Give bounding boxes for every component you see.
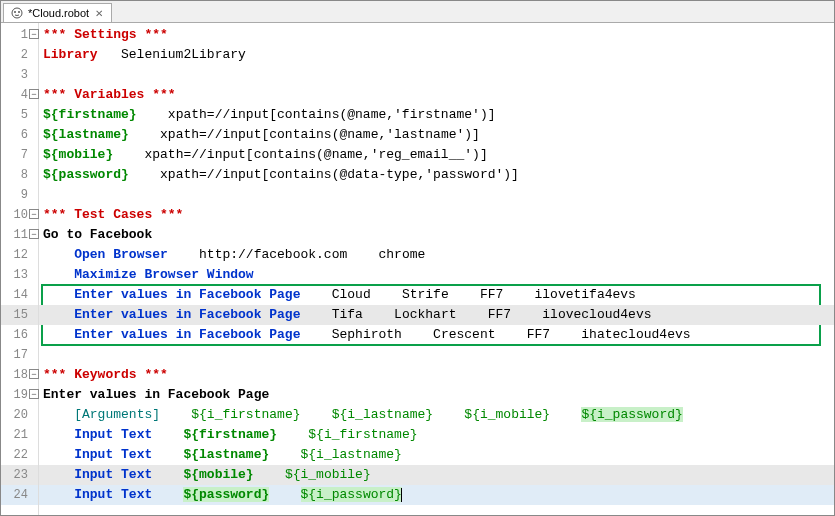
line-number: 5 [1, 105, 38, 125]
line-number: 1− [1, 25, 38, 45]
line-number: 13 [1, 265, 38, 285]
line-number: 14 [1, 285, 38, 305]
code-line[interactable]: [Arguments] ${i_firstname} ${i_lastname}… [39, 405, 834, 425]
code-line[interactable]: Maximize Browser Window [39, 265, 834, 285]
fold-icon[interactable]: − [29, 389, 39, 399]
code-line[interactable]: Input Text ${mobile} ${i_mobile} [39, 465, 834, 485]
code-line[interactable]: Input Text ${firstname} ${i_firstname} [39, 425, 834, 445]
svg-point-2 [18, 11, 20, 13]
line-number: 12 [1, 245, 38, 265]
tab-title: *Cloud.robot [28, 7, 89, 19]
line-number-gutter: 1− 2 3 4− 5 6 7 8 9 10− 11− 12 13 14 15 … [1, 23, 39, 515]
code-line[interactable] [39, 345, 834, 365]
code-line[interactable]: ${password} xpath=//input[contains(@data… [39, 165, 834, 185]
line-number: 23 [1, 465, 38, 485]
code-line[interactable]: ${mobile} xpath=//input[contains(@name,'… [39, 145, 834, 165]
line-number: 17 [1, 345, 38, 365]
code-editor[interactable]: 1− 2 3 4− 5 6 7 8 9 10− 11− 12 13 14 15 … [1, 23, 834, 515]
line-number: 20 [1, 405, 38, 425]
code-line[interactable]: Enter values in Facebook Page Tifa Lockh… [39, 305, 834, 325]
code-line[interactable]: Library Selenium2Library [39, 45, 834, 65]
fold-icon[interactable]: − [29, 369, 39, 379]
code-line[interactable]: *** Keywords *** [39, 365, 834, 385]
line-number: 18− [1, 365, 38, 385]
code-line[interactable]: Enter values in Facebook Page [39, 385, 834, 405]
line-number: 19− [1, 385, 38, 405]
line-number: 10− [1, 205, 38, 225]
fold-icon[interactable]: − [29, 89, 39, 99]
code-line[interactable]: ${lastname} xpath=//input[contains(@name… [39, 125, 834, 145]
line-number: 16 [1, 325, 38, 345]
line-number: 11− [1, 225, 38, 245]
code-line[interactable] [39, 65, 834, 85]
code-line[interactable] [39, 185, 834, 205]
editor-tab[interactable]: *Cloud.robot ✕ [3, 3, 112, 22]
code-line[interactable]: Go to Facebook [39, 225, 834, 245]
line-number: 22 [1, 445, 38, 465]
code-line[interactable]: Open Browser http://facebook.com chrome [39, 245, 834, 265]
line-number: 3 [1, 65, 38, 85]
line-number: 2 [1, 45, 38, 65]
fold-icon[interactable]: − [29, 29, 39, 39]
code-line[interactable]: *** Settings *** [39, 25, 834, 45]
line-number: 9 [1, 185, 38, 205]
code-line[interactable]: Input Text ${lastname} ${i_lastname} [39, 445, 834, 465]
line-number: 7 [1, 145, 38, 165]
code-line[interactable]: *** Test Cases *** [39, 205, 834, 225]
line-number: 8 [1, 165, 38, 185]
fold-icon[interactable]: − [29, 209, 39, 219]
code-area[interactable]: *** Settings *** Library Selenium2Librar… [39, 23, 834, 515]
robot-file-icon [10, 6, 24, 20]
line-number: 15 [1, 305, 38, 325]
text-cursor [401, 488, 402, 502]
code-line[interactable]: Input Text ${password} ${i_password} [39, 485, 834, 505]
line-number: 6 [1, 125, 38, 145]
fold-icon[interactable]: − [29, 229, 39, 239]
code-line[interactable]: Enter values in Facebook Page Cloud Stri… [39, 285, 834, 305]
line-number: 21 [1, 425, 38, 445]
code-line[interactable]: *** Variables *** [39, 85, 834, 105]
svg-point-0 [12, 8, 22, 18]
tab-bar: *Cloud.robot ✕ [1, 1, 834, 23]
code-line[interactable]: ${firstname} xpath=//input[contains(@nam… [39, 105, 834, 125]
line-number: 4− [1, 85, 38, 105]
code-line[interactable]: Enter values in Facebook Page Sephiroth … [39, 325, 834, 345]
svg-point-1 [14, 11, 16, 13]
line-number: 24 [1, 485, 38, 505]
close-icon[interactable]: ✕ [95, 8, 103, 19]
